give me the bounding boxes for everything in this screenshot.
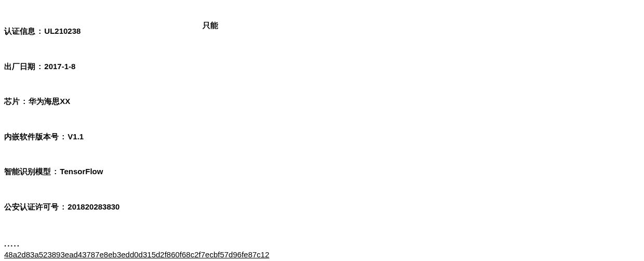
info-value: TensorFlow: [60, 166, 103, 178]
info-label: 内嵌软件版本号: [4, 131, 59, 143]
info-row: 芯片 : 华为海思XX: [4, 96, 640, 108]
info-label: 智能识别模型: [4, 166, 51, 178]
separator-dots: .....: [4, 239, 640, 248]
info-label: 出厂日期: [4, 61, 35, 73]
info-row: 公安认证许可号 : 201820283830: [4, 201, 640, 213]
log-block: 48a2d83a523893ead43787e8eb3edd0d315d2f86…: [4, 249, 640, 261]
info-label: 公安认证许可号: [4, 201, 59, 213]
info-label: 芯片: [4, 96, 20, 108]
info-row: 智能识别模型 : TensorFlow: [4, 166, 640, 178]
info-value: V1.1: [68, 131, 84, 143]
log-hash-line: 48a2d83a523893ead43787e8eb3edd0d315d2f86…: [4, 249, 640, 261]
info-value: 华为海思XX: [29, 96, 70, 108]
info-value: 2017-1-8: [44, 61, 75, 73]
side-note: 只能: [203, 21, 218, 31]
info-row: 内嵌软件版本号 : V1.1: [4, 131, 640, 143]
info-value: UL210238: [44, 25, 81, 37]
device-info-block: 认证信息 : UL210238 出厂日期 : 2017-1-8 芯片 : 华为海…: [4, 2, 640, 236]
info-value: 201820283830: [68, 201, 119, 213]
info-row: 出厂日期 : 2017-1-8: [4, 61, 640, 73]
info-row: 认证信息 : UL210238: [4, 25, 640, 37]
info-label: 认证信息: [4, 25, 35, 37]
